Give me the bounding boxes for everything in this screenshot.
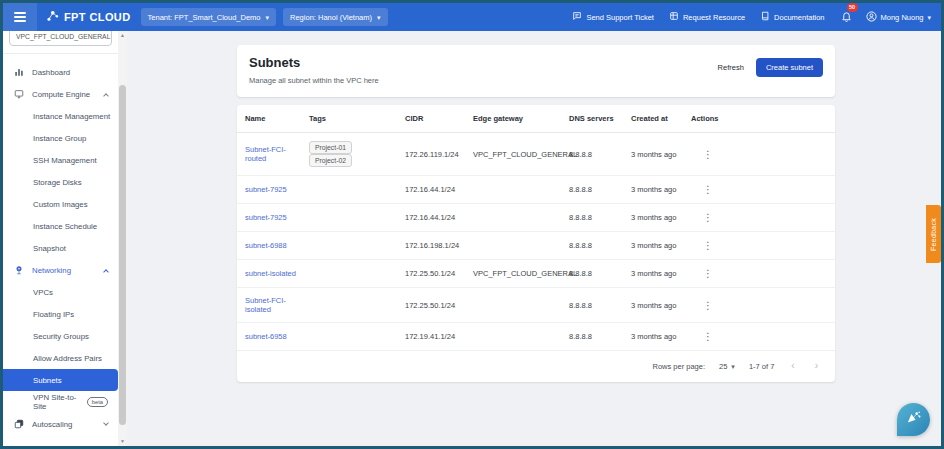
subnet-link[interactable]: subnet-isolated bbox=[245, 269, 296, 278]
sidebar-item-allow-address-pairs[interactable]: Allow Address Pairs bbox=[3, 347, 118, 369]
book-icon bbox=[760, 11, 770, 23]
sidebar-item-ssh-management[interactable]: SSH Management bbox=[3, 149, 118, 171]
cidr-cell: 172.26.119.1/24 bbox=[405, 142, 473, 167]
scroll-up-icon[interactable]: ▲ bbox=[120, 31, 125, 40]
row-actions-button[interactable]: ⋮ bbox=[691, 300, 713, 311]
cidr-cell: 172.19.41.1/24 bbox=[405, 324, 473, 349]
table-row: Subnet-FCI-routed Project-01 Project-02 … bbox=[237, 133, 835, 176]
refresh-button[interactable]: Refresh bbox=[718, 63, 744, 72]
row-actions-button[interactable]: ⋮ bbox=[691, 240, 713, 251]
vpc-selector[interactable]: VPC_FPT_CLOUD_GENERAL ▾ bbox=[9, 31, 112, 46]
fpt-cloud-logo: FPT CLOUD bbox=[46, 8, 131, 26]
documentation-link[interactable]: Documentation bbox=[760, 11, 824, 23]
layers-icon bbox=[13, 419, 24, 429]
chevron-up-icon bbox=[103, 93, 109, 99]
chevron-down-icon: ▾ bbox=[927, 14, 931, 21]
next-page-button[interactable]: › bbox=[812, 361, 821, 371]
column-header-created-at: Created at bbox=[631, 105, 691, 132]
subnet-link[interactable]: subnet-6988 bbox=[245, 241, 287, 250]
cidr-cell: 172.16.44.1/24 bbox=[405, 177, 473, 202]
table-row: subnet-7925 172.16.44.1/24 8.8.8.8 3 mon… bbox=[237, 204, 835, 232]
request-resource-link[interactable]: Request Resource bbox=[669, 11, 745, 23]
created-at-cell: 3 months ago bbox=[631, 293, 691, 318]
subnet-link[interactable]: subnet-7925 bbox=[245, 185, 287, 194]
column-header-tags: Tags bbox=[309, 105, 405, 132]
edge-gateway-cell bbox=[473, 182, 569, 198]
user-avatar-icon bbox=[866, 11, 877, 24]
chevron-down-icon: ▾ bbox=[731, 363, 735, 370]
previous-page-button[interactable]: ‹ bbox=[788, 361, 797, 371]
dns-cell: 8.8.8.8 bbox=[569, 233, 631, 258]
support-ticket-icon bbox=[572, 11, 582, 23]
chevron-up-icon bbox=[103, 269, 109, 275]
sidebar-item-vpcs[interactable]: VPCs bbox=[3, 281, 118, 303]
sidebar-item-security-groups[interactable]: Security Groups bbox=[3, 325, 118, 347]
sidebar-scrollbar[interactable]: ▲ ▼ bbox=[118, 31, 127, 446]
chevron-down-icon: ▾ bbox=[110, 33, 112, 40]
tag-chip: Project-01 bbox=[309, 141, 352, 154]
network-node-icon bbox=[13, 265, 24, 275]
dns-cell: 8.8.8.8 bbox=[569, 293, 631, 318]
sidebar-item-snapshot[interactable]: Snapshot bbox=[3, 237, 118, 259]
sidebar-item-dashboard[interactable]: Dashboard bbox=[3, 61, 118, 83]
created-at-cell: 3 months ago bbox=[631, 261, 691, 286]
sidebar-nav: Dashboard Compute Engine Instance Manage… bbox=[3, 54, 118, 435]
cidr-cell: 172.16.198.1/24 bbox=[405, 233, 473, 258]
top-navbar: FPT CLOUD Tenant: FPT_Smart_Cloud_Demo ▾… bbox=[3, 3, 941, 31]
edge-gateway-cell bbox=[473, 297, 569, 313]
notifications-button[interactable]: 50 bbox=[841, 8, 852, 26]
fpt-ai-icon bbox=[905, 409, 922, 430]
sidebar-item-floating-ips[interactable]: Floating IPs bbox=[3, 303, 118, 325]
column-header-name: Name bbox=[245, 105, 309, 132]
subnet-link[interactable]: Subnet-FCI-isolated bbox=[245, 296, 286, 314]
sidebar-item-compute-engine[interactable]: Compute Engine bbox=[3, 83, 118, 105]
edge-gateway-cell bbox=[473, 238, 569, 254]
beta-badge: beta bbox=[87, 397, 108, 407]
ai-chat-button[interactable] bbox=[897, 403, 930, 436]
table-header-row: Name Tags CIDR Edge gateway DNS servers … bbox=[237, 105, 835, 133]
subnet-link[interactable]: subnet-7925 bbox=[245, 213, 287, 222]
sidebar-item-instance-group[interactable]: Instance Group bbox=[3, 127, 118, 149]
tenant-selector[interactable]: Tenant: FPT_Smart_Cloud_Demo ▾ bbox=[141, 8, 276, 26]
rows-per-page-select[interactable]: 25 ▾ bbox=[719, 362, 735, 371]
create-subnet-button[interactable]: Create subnet bbox=[756, 58, 823, 77]
sidebar-item-custom-images[interactable]: Custom Images bbox=[3, 193, 118, 215]
row-actions-button[interactable]: ⋮ bbox=[691, 268, 713, 279]
table-row: Subnet-FCI-isolated 172.25.50.1/24 8.8.8… bbox=[237, 288, 835, 323]
page-header-card: Subnets Manage all subnet within the VPC… bbox=[237, 45, 835, 97]
sidebar-item-storage-disks[interactable]: Storage Disks bbox=[3, 171, 118, 193]
sidebar-item-instance-management[interactable]: Instance Management bbox=[3, 105, 118, 127]
menu-toggle-button[interactable] bbox=[3, 3, 37, 31]
cidr-cell: 172.16.44.1/24 bbox=[405, 205, 473, 230]
scroll-down-icon[interactable]: ▼ bbox=[120, 437, 125, 446]
column-header-dns-servers: DNS servers bbox=[569, 105, 631, 132]
feedback-tab[interactable]: Feedback bbox=[926, 205, 941, 263]
row-actions-button[interactable]: ⋮ bbox=[691, 149, 713, 160]
dns-cell: 8.8.8.8 bbox=[569, 142, 631, 167]
table-pagination: Rows per page: 25 ▾ 1-7 of 7 ‹ › bbox=[237, 351, 835, 382]
app-window: FPT CLOUD Tenant: FPT_Smart_Cloud_Demo ▾… bbox=[0, 0, 944, 449]
row-actions-button[interactable]: ⋮ bbox=[691, 212, 713, 223]
row-actions-button[interactable]: ⋮ bbox=[691, 184, 713, 195]
sidebar: VPC_FPT_CLOUD_GENERAL ▾ Dashboard Comput… bbox=[3, 31, 127, 446]
subnet-link[interactable]: Subnet-FCI-routed bbox=[245, 145, 286, 163]
user-menu[interactable]: Mong Nuong ▾ bbox=[866, 11, 931, 24]
subnet-link[interactable]: subnet-6958 bbox=[245, 332, 287, 341]
cidr-cell: 172.25.50.1/24 bbox=[405, 293, 473, 318]
dns-cell: 8.8.8.8 bbox=[569, 205, 631, 230]
tag-chip: Project-02 bbox=[309, 154, 352, 167]
subnets-table-card: Name Tags CIDR Edge gateway DNS servers … bbox=[237, 105, 835, 382]
sidebar-item-vpn-site-to-site[interactable]: VPN Site-to-Site beta bbox=[3, 391, 118, 413]
main-content: Subnets Manage all subnet within the VPC… bbox=[127, 31, 941, 446]
sidebar-item-networking[interactable]: Networking bbox=[3, 259, 118, 281]
scrollbar-thumb[interactable] bbox=[119, 85, 126, 425]
sidebar-item-autoscaling[interactable]: Autoscaling bbox=[3, 413, 118, 435]
edge-gateway-cell bbox=[473, 210, 569, 226]
row-actions-button[interactable]: ⋮ bbox=[691, 331, 713, 342]
sidebar-item-subnets[interactable]: Subnets bbox=[3, 369, 118, 391]
resource-grid-icon bbox=[669, 11, 679, 23]
sidebar-item-instance-schedule[interactable]: Instance Schedule bbox=[3, 215, 118, 237]
region-selector[interactable]: Region: Hanoi (Vietnam) ▾ bbox=[283, 8, 388, 26]
send-support-ticket-link[interactable]: Send Support Ticket bbox=[572, 11, 654, 23]
chevron-down-icon: ▾ bbox=[266, 14, 270, 21]
